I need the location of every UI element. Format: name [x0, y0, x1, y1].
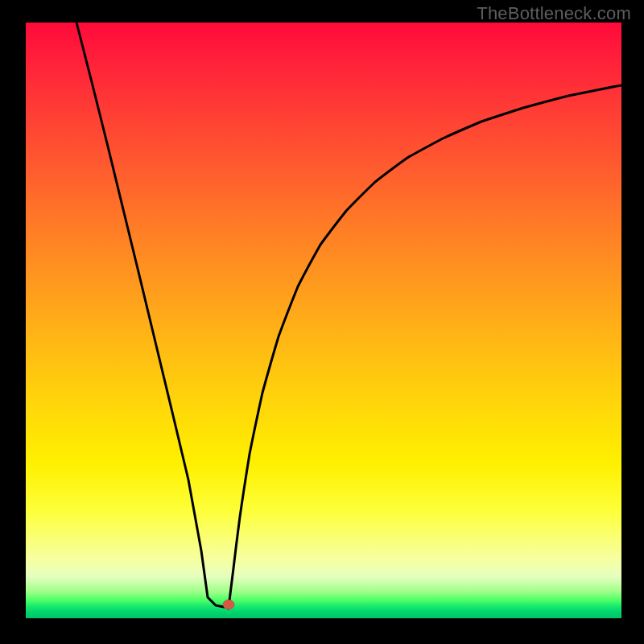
watermark-text: TheBottleneck.com	[477, 3, 631, 24]
bottleneck-curve	[76, 19, 621, 609]
curve-layer	[26, 23, 621, 618]
plot-area	[26, 23, 621, 618]
chart-container: TheBottleneck.com	[0, 0, 644, 644]
minimum-marker	[223, 600, 234, 609]
